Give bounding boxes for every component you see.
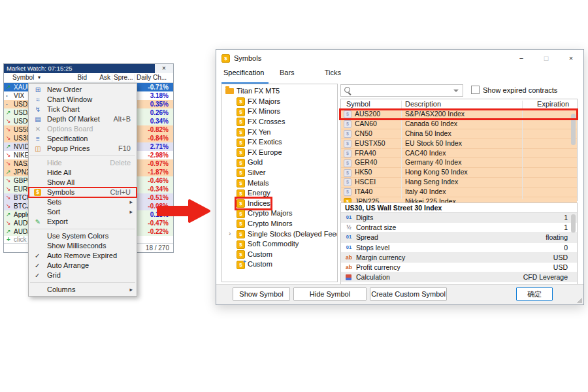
symbol-table-row-fra40[interactable]: $FRA40CAC40 Index [341,149,577,159]
menu-item-new-order[interactable]: ⊞New Order [29,85,137,95]
trend-up-icon: ↗ [6,210,12,219]
daily-change-cell: -0.34% [134,185,171,193]
menu-item-depth-of-market[interactable]: ▤Depth Of MarketAlt+B [29,114,137,124]
spec-scrollbar[interactable] [571,214,576,233]
symbol-table-row-ita40[interactable]: $ITA40Italy 40 Index [341,188,577,197]
close-icon[interactable]: × [155,64,173,73]
symbol-table-row-hscei[interactable]: $HSCEIHang Seng Index [341,178,577,188]
tree-item-custom[interactable]: $Custom [222,259,337,270]
menu-item-specification[interactable]: ≡Specification [29,134,137,144]
tree-item-fx-yen[interactable]: $FX Yen [222,127,337,137]
market-watch-column-headers: Symbol ▾ Bid Ask Spre... Daily Ch... [4,73,173,83]
menu-item-auto-arrange[interactable]: ✓Auto Arrange [29,261,137,270]
button-[interactable]: 确定 [516,287,553,301]
tree-item-energy[interactable]: $Energy [222,188,337,199]
tree-item-fx-minors[interactable]: $FX Minors [222,106,337,117]
dropdown-arrow-icon[interactable]: ▾ [38,73,41,82]
menu-item-sort[interactable]: Sort▸ [29,207,137,217]
menu-item-symbols[interactable]: $SymbolsCtrl+U [29,188,137,197]
symbol-table-row-cn50[interactable]: $CN50China 50 Index [341,129,577,139]
symbol-table-row-aus200[interactable]: $AUS200S&P/ASX200 Index [341,110,577,120]
trend-down-icon: ↘ [6,159,12,168]
search-input[interactable] [340,84,463,97]
column-header-bid[interactable]: Bid [59,73,87,82]
column-header-description[interactable]: Description [405,99,441,109]
symbol-icon: $ [344,159,351,167]
trend-down-icon: ↘ [6,202,12,210]
menu-item-columns[interactable]: Columns▸ [29,285,137,295]
trend-up-icon: ↗ [6,227,12,236]
menu-item-label: Auto Arrange [47,261,89,269]
tree-item-label: FX Majors [248,97,280,105]
tree-item-single-stocks-delayed-feed[interactable]: ›$Single Stocks (Delayed Feed) [222,229,337,239]
checkbox-icon[interactable] [471,86,480,94]
show-expired-contracts-option[interactable]: Show expired contracts [471,86,557,94]
tree-item-label: Soft Commodity [248,240,299,248]
close-icon[interactable]: × [559,50,583,67]
specification-icon: ≡ [33,134,43,144]
spec-property-label: Margin currency [356,253,405,262]
market-watch-context-menu: ⊞New Order≈Chart Window↯Tick Chart▤Depth… [28,83,137,297]
tab-bars[interactable]: Bars [278,67,297,82]
tree-item-titan-fx-mt5[interactable]: Titan FX MT5 [222,86,337,97]
column-header-spread[interactable]: Spre... [114,73,133,82]
tree-item-fx-europe[interactable]: $FX Europe [222,148,337,158]
column-header-symbol[interactable]: Symbol [12,73,34,82]
tree-item-fx-exotics[interactable]: $FX Exotics [222,137,337,148]
menu-item-show-all[interactable]: Show All [29,178,137,188]
menu-item-label: Popup Prices [47,144,90,152]
resize-grip[interactable] [577,298,582,303]
daily-change-cell: -1.87% [134,168,171,176]
column-header-symbol[interactable]: Symbol [346,99,370,109]
menu-item-popup-prices[interactable]: ◫Popup PricesF10 [29,144,137,154]
minimize-icon[interactable]: − [509,50,534,67]
menu-item-label: Hide All [47,169,71,176]
tree-item-metals[interactable]: $Metals [222,178,337,188]
menu-item-export[interactable]: ✎Export [29,217,137,227]
tree-item-indices[interactable]: $Indices [222,199,337,209]
column-header-expiration[interactable]: Expiration [537,99,569,109]
button-create-custom-symbol[interactable]: Create Custom Symbol [370,287,447,301]
tab-ticks[interactable]: Ticks [323,67,343,82]
menu-item-auto-remove-expired[interactable]: ✓Auto Remove Expired [29,251,137,261]
menu-item-sets[interactable]: Sets▸ [29,197,137,207]
tree-item-silver[interactable]: $Silver [222,168,337,178]
calc-icon [346,274,351,280]
chevron-down-icon[interactable] [453,90,459,92]
symbol-table-row-ger40[interactable]: $GER40Germany 40 Index [341,158,577,168]
dialog-titlebar[interactable]: $ Symbols − □ × [216,50,583,67]
menu-item-use-system-colors[interactable]: Use System Colors [29,231,137,241]
menu-item-tick-chart[interactable]: ↯Tick Chart [29,105,137,114]
tree-item-soft-commodity[interactable]: $Soft Commodity [222,239,337,250]
tree-item-crypto-majors[interactable]: $Crypto Majors [222,208,337,219]
tree-item-gold[interactable]: $Gold [222,157,337,168]
tree-item-crypto-minors[interactable]: $Crypto Minors [222,219,337,229]
menu-item-hide-all[interactable]: Hide All [29,168,137,178]
menu-item-hide: HideDelete [29,158,137,168]
tab-specification[interactable]: Specification [221,67,269,84]
tree-item-fx-crosses[interactable]: $FX Crosses [222,117,337,127]
tree-item-fx-majors[interactable]: $FX Majors [222,97,337,107]
expand-arrow-icon[interactable]: › [229,229,231,239]
symbol-table-row-eustx50[interactable]: $EUSTX50EU Stock 50 Index [341,139,577,149]
symbol-cell: $CAN60 [344,120,377,129]
button-hide-symbol[interactable]: Hide Symbol [293,287,367,301]
symbol-table-row-can60[interactable]: $CAN60Canada 60 Index [341,120,577,129]
menu-item-grid[interactable]: ✓Grid [29,270,137,280]
column-header-ask[interactable]: Ask [89,73,110,82]
description-cell: China 50 Index [405,129,451,139]
column-header-daily-change[interactable]: Daily Ch... [137,73,167,82]
symbol-cell: $ITA40 [344,188,372,197]
button-show-symbol[interactable]: Show Symbol [233,287,290,301]
maximize-icon[interactable]: □ [534,50,559,67]
tree-item-custom[interactable]: $Custom [222,250,337,260]
symbol-group-icon: $ [237,240,245,249]
tree-item-label: FX Minors [248,107,280,115]
menu-item-chart-window[interactable]: ≈Chart Window [29,95,137,105]
trend-down-icon: ↘ [6,176,12,185]
symbol-table-row-hk50[interactable]: $HK50Hong Kong 50 Index [341,168,577,178]
symbol-group-icon: $ [237,139,245,147]
trend-down-icon: ↘ [6,125,12,134]
trend-up-icon: ↗ [6,108,12,117]
menu-item-show-milliseconds[interactable]: Show Milliseconds [29,241,137,251]
